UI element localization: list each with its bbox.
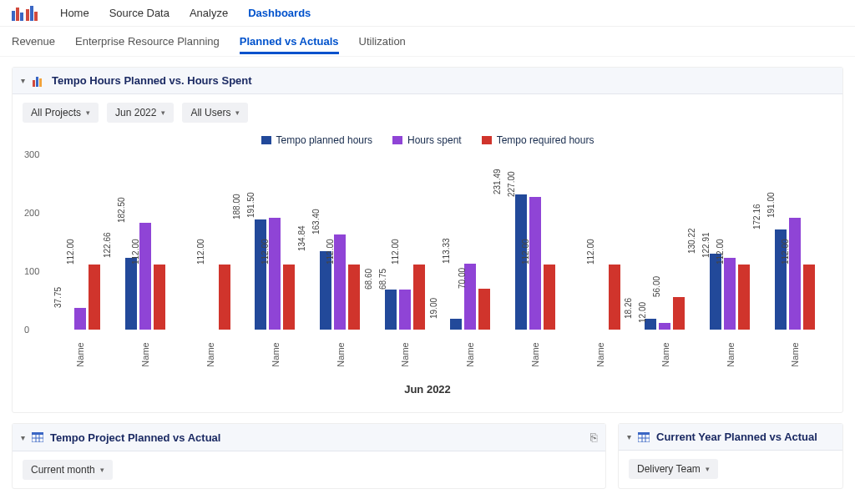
bar-value-label: 19.00 <box>429 298 438 319</box>
bar-value-label: 37.75 <box>53 287 63 308</box>
bar-group: 68.6068.75112.00 <box>372 154 438 330</box>
swatch-required <box>482 136 492 144</box>
bar-planned[interactable]: 188.00 <box>255 219 266 330</box>
bar-value-label: 113.33 <box>442 238 451 264</box>
caret-down-icon[interactable]: ▾ <box>21 76 25 85</box>
svg-rect-6 <box>33 80 35 87</box>
nav-dashboards[interactable]: Dashboards <box>248 3 311 23</box>
x-tick-label: Name <box>113 335 178 350</box>
tab-revenue[interactable]: Revenue <box>12 28 55 54</box>
nav-home[interactable]: Home <box>60 3 89 23</box>
x-tick-label: Name <box>178 335 243 350</box>
panel-year-planned-vs-actual: ▾ Current Year Planned vs Actual Deliver… <box>618 423 843 489</box>
bar-spent[interactable]: 37.75 <box>74 308 86 330</box>
bar-required[interactable]: 112.00 <box>803 265 815 330</box>
svg-rect-5 <box>34 12 38 21</box>
bar-value-label: 191.50 <box>246 192 255 218</box>
pin-icon[interactable]: ⎘ <box>590 431 597 444</box>
x-tick-label: Name <box>503 335 568 350</box>
filter-projects[interactable]: All Projects ▾ <box>23 103 99 123</box>
chevron-down-icon: ▾ <box>706 465 710 473</box>
bar-value-label: 112.00 <box>391 239 400 265</box>
bar-group: 112.00 <box>178 154 243 330</box>
bar-required[interactable]: 112.00 <box>154 265 165 330</box>
bar-value-label: 68.60 <box>365 269 374 290</box>
caret-down-icon[interactable]: ▾ <box>21 433 25 442</box>
bar-required[interactable]: 112.00 <box>544 265 555 330</box>
bar-required[interactable]: 56.00 <box>673 297 685 330</box>
bar-group: 231.49227.00112.00 <box>503 154 568 330</box>
svg-rect-7 <box>36 77 38 87</box>
x-tick-label: Name <box>48 335 113 350</box>
nav-analyze[interactable]: Analyze <box>190 3 228 23</box>
svg-rect-2 <box>20 13 23 21</box>
x-tick-label: Name <box>372 335 438 350</box>
svg-rect-1 <box>16 8 19 21</box>
top-nav: Home Source Data Analyze Dashboards <box>0 0 855 27</box>
filter-delivery-team[interactable]: Delivery Team ▾ <box>629 459 718 479</box>
bar-value-label: 112.00 <box>520 239 529 265</box>
filter-current-month[interactable]: Current month ▾ <box>23 460 113 480</box>
caret-down-icon[interactable]: ▾ <box>627 432 631 441</box>
filter-users[interactable]: All Users ▾ <box>182 103 248 123</box>
bar-required[interactable]: 112.00 <box>348 265 360 330</box>
bar-group: 134.84163.40112.00 <box>307 154 372 330</box>
tab-erp[interactable]: Enterprise Resource Planning <box>75 28 220 54</box>
bar-planned[interactable]: 19.00 <box>450 319 462 330</box>
bar-planned[interactable]: 130.22 <box>710 254 721 330</box>
bar-required[interactable]: 70.00 <box>478 289 490 330</box>
filter-period[interactable]: Jun 2022 ▾ <box>107 103 174 123</box>
legend-spent[interactable]: Hours spent <box>392 134 462 146</box>
bar-spent[interactable]: 191.00 <box>789 218 801 330</box>
bar-spent[interactable]: 182.50 <box>139 223 151 330</box>
bar-group: 130.22122.91112.00 <box>697 154 762 330</box>
x-tick-label: Name <box>242 335 307 350</box>
chart-legend: Tempo planned hours Hours spent Tempo re… <box>21 131 834 154</box>
bar-value-label: 231.49 <box>492 169 501 195</box>
bar-chart-icon <box>32 75 45 87</box>
bar-required[interactable]: 112.00 <box>413 265 425 330</box>
bar-value-label: 56.00 <box>653 276 662 297</box>
y-tick: 300 <box>24 149 39 159</box>
bar-spent[interactable]: 12.00 <box>659 323 670 330</box>
chart-xaxis: NameNameNameNameNameNameNameNameNameName… <box>48 335 827 350</box>
bar-value-label: 163.40 <box>311 209 321 234</box>
bar-spent[interactable]: 122.91 <box>724 258 736 330</box>
bar-value-label: 122.91 <box>701 232 711 258</box>
chevron-down-icon: ▾ <box>161 108 165 117</box>
panel-title: Tempo Hours Planned vs. Hours Spent <box>52 74 252 87</box>
x-tick-label: Name <box>438 335 503 350</box>
legend-planned[interactable]: Tempo planned hours <box>261 134 372 146</box>
x-tick-label: Name <box>632 335 697 350</box>
bar-planned[interactable]: 122.66 <box>125 258 137 330</box>
bar-required[interactable]: 112.00 <box>283 265 295 330</box>
bar-required[interactable]: 112.00 <box>738 265 750 330</box>
bar-required[interactable]: 112.00 <box>609 265 620 330</box>
bar-spent[interactable]: 191.50 <box>269 218 281 330</box>
bar-value-label: 188.00 <box>232 194 241 220</box>
bar-value-label: 112.00 <box>716 239 725 265</box>
chart-container: Tempo planned hours Hours spent Tempo re… <box>13 131 842 412</box>
bar-spent[interactable]: 227.00 <box>529 197 541 330</box>
bar-required[interactable]: 112.00 <box>219 265 230 330</box>
swatch-planned <box>261 136 271 144</box>
bar-value-label: 112.00 <box>585 239 594 265</box>
bar-group: 112.00 <box>568 154 633 330</box>
sub-tabs: Revenue Enterprise Resource Planning Pla… <box>0 27 855 57</box>
bar-value-label: 182.50 <box>116 198 125 224</box>
chart-plot: 010020030037.75112.00122.66182.50112.001… <box>48 154 827 330</box>
tab-utilization[interactable]: Utilization <box>359 28 406 54</box>
chevron-down-icon: ▾ <box>235 108 240 117</box>
bar-value-label: 122.66 <box>102 233 111 259</box>
nav-source-data[interactable]: Source Data <box>109 3 169 23</box>
x-tick-label: Name <box>307 335 372 350</box>
tab-planned-vs-actuals[interactable]: Planned vs Actuals <box>240 28 339 54</box>
bar-value-label: 68.75 <box>379 269 388 290</box>
y-tick: 200 <box>24 208 39 218</box>
bar-spent[interactable]: 68.75 <box>399 290 411 330</box>
svg-rect-15 <box>638 432 650 435</box>
bar-spent[interactable]: 163.40 <box>334 234 346 330</box>
bar-required[interactable]: 112.00 <box>89 265 100 330</box>
legend-required[interactable]: Tempo required hours <box>482 134 594 146</box>
bar-planned[interactable]: 68.60 <box>385 290 397 330</box>
